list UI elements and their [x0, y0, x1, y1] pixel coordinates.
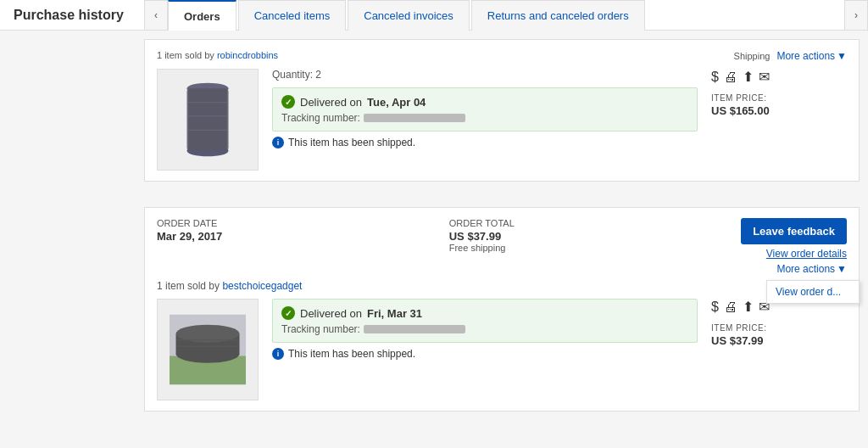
- dropdown-item-view-order[interactable]: View order d...: [767, 281, 859, 303]
- tab-canceled-items[interactable]: Canceled items: [238, 0, 347, 31]
- dropdown-menu: View order d...: [766, 280, 860, 304]
- item-price-value-2: US $37.99: [711, 334, 847, 347]
- item-price-value: US $165.00: [711, 104, 847, 117]
- order-meta-right: Shipping More actions ▼: [734, 50, 847, 62]
- shipping-label: Shipping: [734, 51, 771, 61]
- shipped-text-2: This item has been shipped.: [288, 348, 415, 360]
- item-price-label: ITEM PRICE:: [711, 93, 847, 103]
- info-icon-2: i: [272, 348, 284, 360]
- tracking-row: Tracking number:: [281, 112, 688, 124]
- dropdown-arrow-icon: ▼: [837, 50, 847, 62]
- nav-next-arrow[interactable]: ›: [844, 0, 868, 31]
- delivery-date: Tue, Apr 04: [367, 96, 426, 109]
- seller-prefix-2: 1 item sold by: [157, 280, 222, 292]
- shipped-row-2: i This item has been shipped.: [272, 348, 698, 360]
- order-date-label: ORDER DATE: [157, 218, 222, 228]
- order-item-2: ORDER DATE Mar 29, 2017 ORDER TOTAL US $…: [144, 207, 860, 412]
- delivery-box-2: Delivered on Fri, Mar 31 Tracking number…: [272, 299, 698, 343]
- chevron-left-icon: ‹: [154, 9, 158, 21]
- seller-prefix: 1 item sold by: [157, 50, 217, 60]
- nav-prev-arrow[interactable]: ‹: [144, 0, 168, 31]
- svg-rect-3: [188, 88, 227, 151]
- separator: [144, 190, 868, 199]
- product-image-svg: [170, 81, 246, 158]
- item-details: Quantity: 2 Delivered on Tue, Apr 04 Tra…: [272, 69, 698, 171]
- free-shipping: Free shipping: [449, 243, 515, 253]
- order-date-section: ORDER DATE Mar 29, 2017: [157, 218, 222, 243]
- delivery-status: Delivered on Tue, Apr 04: [281, 95, 688, 109]
- item-details-2: Delivered on Fri, Mar 31 Tracking number…: [272, 299, 698, 400]
- item-quantity: Quantity: 2: [272, 69, 698, 81]
- view-order-link[interactable]: View order details: [766, 248, 847, 260]
- info-icon: i: [272, 137, 284, 148]
- seller-link[interactable]: robincdrobbins: [217, 50, 278, 60]
- tracking-row-2: Tracking number:: [281, 323, 688, 335]
- dollar-icon[interactable]: $: [711, 70, 719, 85]
- seller-link-2[interactable]: bestchoicegadget: [222, 280, 302, 292]
- product-image-2: [157, 299, 259, 400]
- item-price-col-2: $ 🖨 ⬆ ✉ ITEM PRICE: US $37.99: [711, 299, 847, 400]
- tracking-label: Tracking number:: [281, 112, 360, 124]
- item-row: Quantity: 2 Delivered on Tue, Apr 04 Tra…: [157, 69, 847, 171]
- print-icon[interactable]: 🖨: [724, 70, 737, 85]
- delivery-box: Delivered on Tue, Apr 04 Tracking number…: [272, 87, 698, 132]
- delivery-status-2: Delivered on Fri, Mar 31: [281, 306, 688, 320]
- order-seller-row: 1 item sold by robincdrobbins: [157, 50, 278, 60]
- product-image-svg-2: [170, 311, 246, 388]
- order-item: 1 item sold by robincdrobbins Shipping M…: [144, 39, 860, 182]
- mail-icon[interactable]: ✉: [759, 69, 770, 85]
- share-icon-2[interactable]: ⬆: [743, 299, 754, 315]
- delivered-check-icon-2: [281, 306, 295, 320]
- dollar-icon-2[interactable]: $: [711, 300, 719, 315]
- shipped-text: This item has been shipped.: [288, 137, 415, 148]
- order-date-value: Mar 29, 2017: [157, 230, 222, 243]
- page-title: Purchase history: [0, 8, 144, 23]
- tab-returns-canceled[interactable]: Returns and canceled orders: [471, 0, 645, 31]
- shipped-row: i This item has been shipped.: [272, 137, 698, 148]
- dropdown-arrow-icon-2: ▼: [837, 263, 847, 275]
- seller-row-2: 1 item sold by bestchoicegadget: [157, 280, 847, 292]
- delivery-date-2: Fri, Mar 31: [367, 307, 422, 320]
- chevron-right-icon: ›: [854, 9, 858, 21]
- tracking-label-2: Tracking number:: [281, 323, 360, 335]
- order-meta-top: 1 item sold by robincdrobbins Shipping M…: [157, 50, 847, 62]
- tab-orders[interactable]: Orders: [168, 0, 236, 31]
- more-actions-link[interactable]: More actions ▼: [776, 50, 847, 62]
- product-image-1: [157, 69, 259, 171]
- order-total-label: ORDER TOTAL: [449, 218, 515, 228]
- tracking-number-bar-2: [364, 325, 465, 333]
- leave-feedback-button[interactable]: Leave feedback: [741, 218, 847, 244]
- item-row-2: Delivered on Fri, Mar 31 Tracking number…: [157, 299, 847, 400]
- print-icon-2[interactable]: 🖨: [724, 300, 737, 315]
- tracking-number-bar: [364, 114, 465, 122]
- action-icons: $ 🖨 ⬆ ✉: [711, 69, 847, 85]
- share-icon[interactable]: ⬆: [743, 69, 754, 85]
- order-total-section: ORDER TOTAL US $37.99 Free shipping: [449, 218, 515, 253]
- delivered-text: Delivered on: [300, 96, 362, 109]
- tab-canceled-invoices[interactable]: Canceled invoices: [348, 0, 470, 31]
- order-actions: Leave feedback View order details More a…: [741, 218, 847, 275]
- delivered-check-icon: [281, 95, 295, 109]
- page-header: Purchase history ‹ Orders Canceled items…: [0, 0, 868, 31]
- more-actions-button-2[interactable]: More actions ▼: [776, 263, 847, 275]
- item-price-label-2: ITEM PRICE:: [711, 323, 847, 333]
- order-total-value: US $37.99: [449, 230, 515, 243]
- main-content: 1 item sold by robincdrobbins Shipping M…: [0, 39, 868, 412]
- order-header-row: ORDER DATE Mar 29, 2017 ORDER TOTAL US $…: [157, 218, 847, 275]
- delivered-text-2: Delivered on: [300, 307, 362, 320]
- item-price-col: $ 🖨 ⬆ ✉ ITEM PRICE: US $165.00: [711, 69, 847, 171]
- nav-tabs: Orders Canceled items Canceled invoices …: [168, 0, 844, 31]
